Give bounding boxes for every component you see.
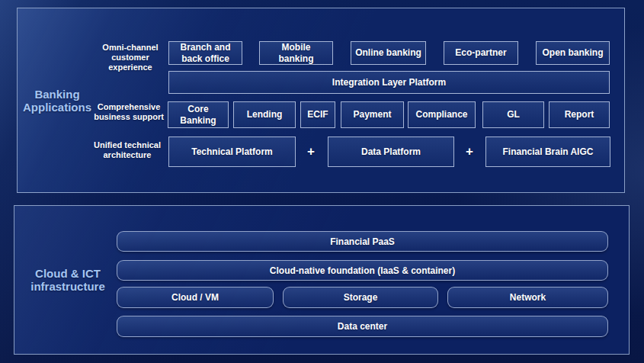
pill-cloud-native-foundation: Cloud-native foundation (IaaS & containe…	[117, 260, 608, 281]
box-payment: Payment	[341, 101, 404, 128]
box-lending: Lending	[233, 101, 296, 128]
row-label-unified-technical: Unified technical architecture	[85, 140, 169, 160]
pill-data-center: Data center	[117, 316, 608, 337]
box-compliance: Compliance	[408, 101, 476, 128]
pill-financial-paas: Financial PaaS	[117, 231, 608, 252]
box-eco-partner: Eco-partner	[444, 41, 518, 65]
box-gl: GL	[482, 101, 544, 128]
section-label-cloud-ict: Cloud & ICT infrastructure	[22, 267, 114, 293]
plus-separator: +	[460, 137, 479, 167]
box-report: Report	[549, 101, 610, 128]
pill-storage: Storage	[283, 287, 438, 308]
row-label-omni-channel: Omni-channel customer experience	[94, 43, 167, 72]
box-branch-back-office: Branch and back office	[168, 41, 242, 65]
box-core-banking: Core Banking	[168, 101, 229, 128]
cloud-ict-panel: Cloud & ICT infrastructure Financial Paa…	[14, 205, 630, 355]
box-online-banking: Online banking	[351, 41, 426, 65]
bar-integration-layer-platform: Integration Layer Platform	[168, 71, 610, 94]
section-label-banking-applications: Banking Applications	[18, 88, 97, 114]
box-financial-brain-aigc: Financial Brain AIGC	[485, 137, 610, 167]
row-label-comprehensive-business: Comprehensive business support	[87, 102, 171, 122]
box-data-platform: Data Platform	[328, 137, 454, 167]
architecture-diagram: Banking Applications Omni-channel custom…	[0, 0, 644, 363]
pill-cloud-vm: Cloud / VM	[117, 287, 274, 308]
pill-network: Network	[447, 287, 608, 308]
box-open-banking: Open banking	[536, 41, 610, 65]
box-ecif: ECIF	[300, 101, 335, 128]
banking-applications-panel: Banking Applications Omni-channel custom…	[17, 8, 625, 193]
box-technical-platform: Technical Platform	[168, 137, 296, 167]
box-mobile-banking: Mobile banking	[259, 41, 333, 65]
plus-separator: +	[302, 137, 320, 167]
